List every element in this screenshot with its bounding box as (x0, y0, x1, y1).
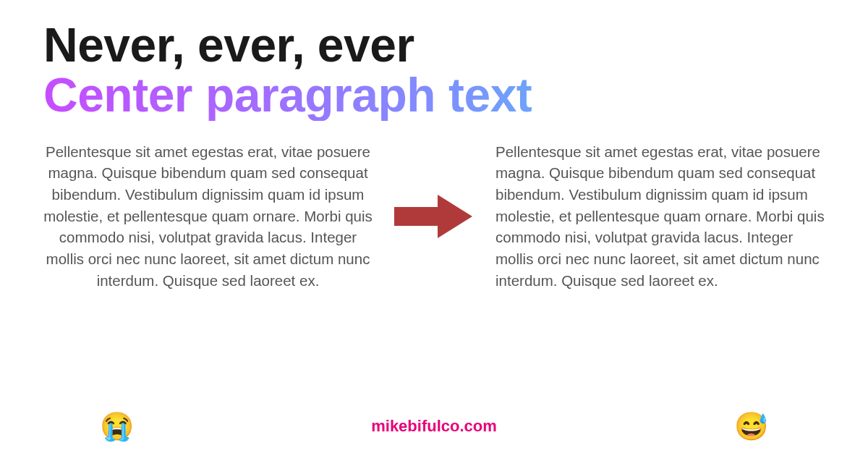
centered-paragraph-example: Pellentesque sit amet egestas erat, vita… (43, 141, 373, 292)
comparison-row: Pellentesque sit amet egestas erat, vita… (43, 141, 825, 292)
footer: 😭 mikebifulco.com 😅 (0, 413, 868, 440)
svg-marker-0 (394, 195, 472, 238)
arrow-right-icon (394, 191, 474, 242)
page-title: Never, ever, ever Center paragraph text (43, 20, 825, 121)
heading-line-1: Never, ever, ever (43, 20, 825, 70)
left-aligned-paragraph-example: Pellentesque sit amet egestas erat, vita… (495, 141, 825, 292)
sweat-smile-emoji-icon: 😅 (497, 413, 825, 440)
heading-line-2: Center paragraph text (43, 70, 825, 120)
crying-emoji-icon: 😭 (43, 413, 371, 440)
site-credit: mikebifulco.com (371, 417, 497, 436)
